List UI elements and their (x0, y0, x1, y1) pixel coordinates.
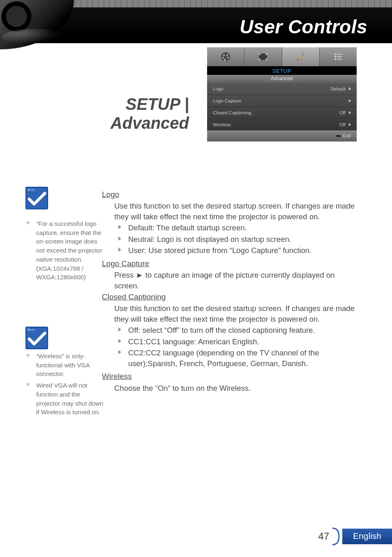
section-title-line-2: Advanced (111, 114, 189, 132)
list-item: User: Use stored picture from “Logo Capt… (116, 245, 361, 256)
list-item: CC2:CC2 language (depending on the TV ch… (116, 348, 361, 369)
section-title-line-1: SETUP | (126, 95, 189, 113)
osd-row-logo[interactable]: Logo Default (207, 83, 357, 95)
svg-rect-11 (337, 56, 342, 57)
svg-point-2 (226, 54, 228, 56)
svg-point-7 (297, 59, 299, 60)
svg-point-1 (223, 54, 225, 56)
osd-row-closed-captioning[interactable]: Closed Captioning Off (207, 107, 357, 119)
section-title: SETUP | Advanced (25, 95, 189, 132)
chevron-right-icon (349, 87, 351, 91)
chevron-right-icon (349, 123, 351, 126)
screen-arrows-icon (257, 51, 269, 62)
note-badge-label: Note (28, 328, 46, 331)
page-header: User Controls (0, 0, 392, 43)
body-content: Logo Use this function to set the desire… (102, 189, 361, 394)
note-badge: Note (25, 327, 48, 349)
sliders-icon (332, 51, 344, 62)
osd-label: Logo (213, 86, 224, 91)
osd-submenu-name: Advanced (207, 75, 357, 83)
paragraph: Use this function to set the desired sta… (114, 303, 361, 324)
osd-exit[interactable]: ➦ Exit (207, 130, 357, 142)
checkmark-icon (28, 192, 46, 206)
svg-point-10 (334, 56, 336, 58)
heading-wireless: Wireless (102, 371, 361, 382)
list-item: Default: The default startup screen. (116, 223, 361, 233)
note-text: “For a successful logo capture, ensure t… (25, 219, 104, 282)
palette-icon (219, 51, 232, 62)
svg-point-8 (334, 53, 336, 55)
osd-tab-display[interactable] (244, 47, 282, 66)
heading-closed-captioning: Closed Captioning (102, 292, 361, 302)
note-text: “Wireless” is only-functional with VGA c… (25, 352, 104, 378)
svg-rect-9 (337, 54, 342, 55)
tools-icon (295, 51, 307, 62)
osd-value: Off (339, 122, 346, 127)
note-block-2: Note “Wireless” is only-functional with … (25, 327, 104, 419)
osd-label: Wireless (213, 122, 231, 127)
page-title: User Controls (240, 16, 367, 38)
note-badge-label: Note (28, 188, 46, 191)
osd-tabs (207, 47, 357, 66)
svg-rect-13 (337, 59, 342, 60)
paragraph: Choose the “On” to turn on the Wireless. (114, 383, 361, 394)
note-badge: Note (25, 187, 48, 209)
osd-label: Logo Capture (213, 98, 242, 103)
osd-exit-label: Exit (343, 133, 351, 138)
osd-body: Logo Default Logo Capture Closed Caption… (207, 83, 357, 130)
list-item: CC1:CC1 language: American English. (116, 337, 361, 347)
paragraph: Press ► to capture an image of the pictu… (114, 270, 361, 291)
back-arrow-icon: ➦ (336, 132, 341, 139)
svg-point-4 (227, 57, 229, 58)
heading-logo-capture: Logo Capture (102, 258, 361, 269)
osd-tab-options[interactable] (320, 47, 357, 66)
osd-value: Default (331, 86, 346, 91)
osd-tab-setup[interactable] (282, 47, 320, 66)
osd-label: Closed Captioning (213, 110, 251, 115)
chevron-right-icon (349, 99, 351, 102)
osd-row-logo-capture[interactable]: Logo Capture (207, 95, 357, 107)
svg-point-3 (222, 57, 224, 58)
option-list-logo: Default: The default startup screen. Neu… (116, 223, 361, 256)
bracket-icon (332, 527, 342, 545)
paragraph: Use this function to set the desired sta… (114, 201, 361, 222)
checkmark-icon (28, 332, 46, 346)
chevron-right-icon (349, 111, 351, 114)
list-item: Off: select “Off” to turn off the closed… (116, 325, 361, 336)
note-block-1: Note “For a successful logo capture, ens… (25, 187, 104, 284)
osd-menu-name: SETUP (207, 66, 357, 75)
note-text: Wired VGA will not function and the proj… (25, 381, 104, 417)
osd-tab-image[interactable] (207, 47, 244, 66)
heading-logo: Logo (102, 189, 361, 200)
list-item: Neutral: Logo is not displayed on startu… (116, 234, 361, 245)
osd-row-wireless[interactable]: Wireless Off (207, 119, 357, 130)
page-footer: 47 English (318, 527, 392, 545)
language-tab: English (342, 529, 392, 544)
svg-point-12 (334, 58, 336, 60)
osd-value: Off (339, 110, 346, 115)
page-number: 47 (318, 531, 332, 542)
option-list-cc: Off: select “Off” to turn off the closed… (116, 325, 361, 369)
osd-menu: SETUP Advanced Logo Default Logo Capture… (207, 47, 357, 142)
